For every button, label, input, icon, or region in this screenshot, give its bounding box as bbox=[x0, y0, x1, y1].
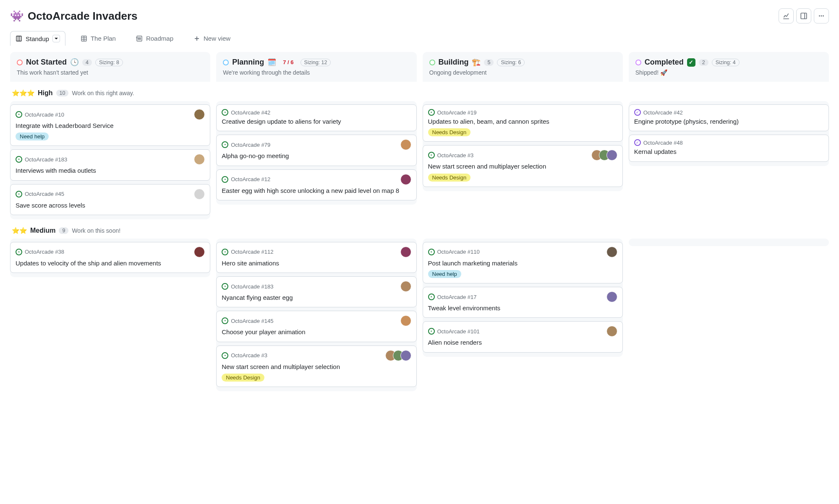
issue-open-icon: • bbox=[428, 294, 435, 300]
column-header: Completed ✓ 2 Sizing: 4 Shipped! 🚀 bbox=[629, 52, 829, 82]
card-list: • OctoArcade #10 Integrate with Leaderbo… bbox=[10, 101, 210, 215]
priority-group-header: ⭐⭐⭐ High 10 Work on this right away. bbox=[10, 82, 829, 101]
card-reference: • OctoArcade #3 bbox=[428, 152, 474, 158]
issue-card[interactable]: • OctoArcade #12 Easter egg with high sc… bbox=[216, 169, 416, 200]
chevron-down-icon bbox=[54, 36, 58, 41]
issue-card[interactable]: • OctoArcade #17 Tweak level environment… bbox=[423, 287, 623, 318]
card-title: Engine prototype (physics, rendering) bbox=[634, 117, 823, 126]
svg-rect-0 bbox=[801, 13, 807, 19]
issue-card[interactable]: • OctoArcade #45 Save score across level… bbox=[10, 184, 210, 215]
card-title: New start screen and multiplayer selecti… bbox=[222, 363, 411, 371]
column-status-dot bbox=[429, 60, 435, 65]
more-button[interactable] bbox=[814, 8, 829, 23]
issue-card[interactable]: • OctoArcade #112 Hero site animations bbox=[216, 242, 416, 273]
issue-open-icon: • bbox=[222, 352, 228, 359]
card-reference: • OctoArcade #101 bbox=[428, 328, 480, 335]
card-ref-text: OctoArcade #3 bbox=[437, 152, 474, 158]
insights-button[interactable] bbox=[779, 8, 794, 23]
card-ref-text: OctoArcade #101 bbox=[437, 328, 480, 335]
issue-open-icon: • bbox=[222, 176, 228, 183]
column-name: Planning bbox=[232, 58, 264, 67]
tab-label: New view bbox=[204, 35, 230, 42]
issue-card[interactable]: • OctoArcade #110 Post launch marketing … bbox=[423, 242, 623, 283]
card-title: Alien noise renders bbox=[428, 338, 617, 347]
issue-card[interactable]: • OctoArcade #79 Alpha go-no-go meeting bbox=[216, 135, 416, 166]
issue-card[interactable]: • OctoArcade #3 New start screen and mul… bbox=[423, 145, 623, 187]
priority-name: High bbox=[38, 89, 53, 97]
card-label-needhelp: Need help bbox=[16, 132, 49, 140]
issue-card[interactable]: ✓ OctoArcade #48 Kernal updates bbox=[629, 135, 829, 161]
card-ref-text: OctoArcade #17 bbox=[437, 294, 477, 300]
card-title: Easter egg with high score unlocking a n… bbox=[222, 187, 411, 195]
card-reference: • OctoArcade #12 bbox=[222, 176, 270, 183]
issue-card[interactable]: • OctoArcade #19 Updates to alien, beam,… bbox=[423, 104, 623, 142]
card-title: Choose your player animation bbox=[222, 328, 411, 336]
priority-group-header: ⭐⭐ Medium 9 Work on this soon! bbox=[10, 219, 829, 239]
issue-open-icon: • bbox=[428, 109, 435, 116]
issue-card[interactable]: ✓ OctoArcade #42 Engine prototype (physi… bbox=[629, 104, 829, 131]
issue-open-icon: • bbox=[222, 141, 228, 148]
card-reference: • OctoArcade #183 bbox=[16, 156, 67, 163]
issue-card[interactable]: • OctoArcade #3 New start screen and mul… bbox=[216, 346, 416, 387]
card-ref-text: OctoArcade #145 bbox=[231, 318, 273, 324]
card-reference: ✓ OctoArcade #48 bbox=[634, 139, 683, 146]
avatar bbox=[194, 109, 205, 120]
issue-open-icon: • bbox=[222, 109, 228, 116]
issue-card[interactable]: • OctoArcade #101 Alien noise renders bbox=[423, 321, 623, 352]
card-list: • OctoArcade #42 Creative design update … bbox=[216, 101, 416, 200]
issue-card[interactable]: • OctoArcade #38 Updates to velocity of … bbox=[10, 242, 210, 273]
issue-card[interactable]: • OctoArcade #183 Interviews with media … bbox=[10, 149, 210, 180]
assignee-avatars bbox=[591, 150, 617, 161]
issue-open-icon: • bbox=[222, 317, 228, 324]
tab-dropdown[interactable] bbox=[52, 35, 60, 42]
card-reference: ✓ OctoArcade #42 bbox=[634, 109, 683, 116]
column-name: Completed bbox=[645, 58, 684, 67]
issue-card[interactable]: • OctoArcade #145 Choose your player ani… bbox=[216, 311, 416, 342]
checkmark-icon: ✓ bbox=[687, 58, 695, 67]
card-title: Nyancat flying easter egg bbox=[222, 294, 411, 302]
column-sizing: Sizing: 8 bbox=[95, 59, 123, 66]
card-list: • OctoArcade #19 Updates to alien, beam,… bbox=[423, 101, 623, 187]
card-reference: • OctoArcade #110 bbox=[428, 249, 480, 255]
card-title: Creative design update to aliens for var… bbox=[222, 117, 411, 126]
priority-desc: Work on this soon! bbox=[72, 227, 120, 234]
svg-point-4 bbox=[823, 16, 824, 17]
issue-closed-icon: ✓ bbox=[634, 109, 641, 116]
card-list: • OctoArcade #38 Updates to velocity of … bbox=[10, 239, 210, 273]
avatar bbox=[400, 350, 411, 361]
card-ref-text: OctoArcade #19 bbox=[437, 109, 477, 116]
issue-open-icon: • bbox=[222, 283, 228, 290]
issue-card[interactable]: • OctoArcade #10 Integrate with Leaderbo… bbox=[10, 104, 210, 146]
column-count: 5 bbox=[484, 59, 494, 66]
tab-new-view[interactable]: New view bbox=[188, 31, 235, 45]
card-ref-text: OctoArcade #183 bbox=[25, 156, 67, 163]
tab-label: The Plan bbox=[91, 35, 116, 42]
view-tabs: StandupThe PlanRoadmapNew view bbox=[10, 31, 829, 46]
card-title: Updates to alien, beam, and cannon sprit… bbox=[428, 117, 617, 126]
card-reference: • OctoArcade #45 bbox=[16, 191, 64, 197]
project-title: OctoArcade Invaders bbox=[28, 10, 138, 23]
tab-the-plan[interactable]: The Plan bbox=[76, 31, 121, 45]
column-status-dot bbox=[635, 60, 641, 65]
issue-card[interactable]: • OctoArcade #183 Nyancat flying easter … bbox=[216, 276, 416, 307]
priority-name: Medium bbox=[30, 227, 55, 234]
column-count: 4 bbox=[82, 59, 92, 66]
issue-open-icon: • bbox=[16, 249, 22, 255]
column-sizing: Sizing: 12 bbox=[301, 59, 331, 66]
column-subtitle: This work hasn't started yet bbox=[17, 69, 204, 76]
avatar bbox=[400, 174, 411, 185]
assignee-avatars bbox=[385, 350, 411, 361]
board-icon bbox=[16, 35, 22, 42]
column-fraction: 7 / 6 bbox=[280, 59, 297, 66]
tab-label: Roadmap bbox=[146, 35, 173, 42]
issue-card[interactable]: • OctoArcade #42 Creative design update … bbox=[216, 104, 416, 131]
priority-count: 9 bbox=[59, 227, 68, 234]
card-reference: • OctoArcade #112 bbox=[222, 249, 273, 255]
panel-button[interactable] bbox=[796, 8, 811, 23]
tab-roadmap[interactable]: Roadmap bbox=[131, 31, 178, 45]
card-label-needsdesign: Needs Design bbox=[222, 374, 264, 382]
card-title: Integrate with Leaderboard Service bbox=[16, 122, 205, 130]
card-reference: • OctoArcade #19 bbox=[428, 109, 477, 116]
tab-standup[interactable]: Standup bbox=[10, 31, 65, 46]
svg-rect-5 bbox=[16, 36, 21, 41]
